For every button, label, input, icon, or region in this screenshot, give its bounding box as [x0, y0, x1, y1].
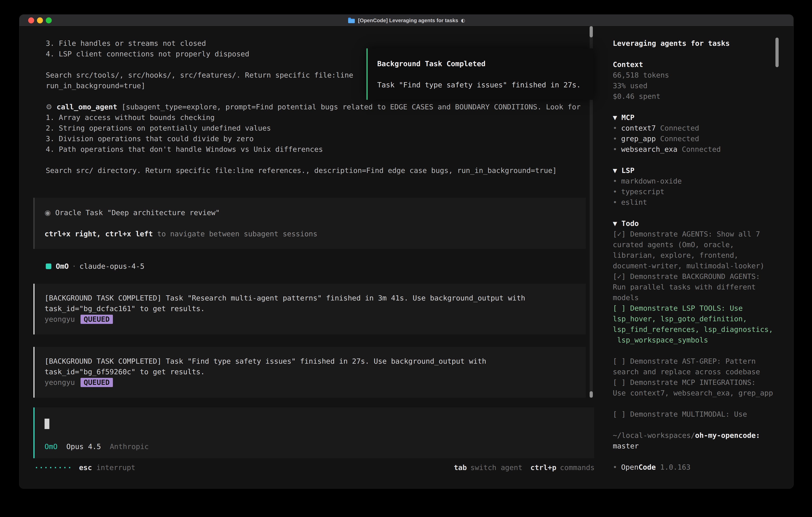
folder-icon: [348, 18, 355, 23]
window-title-group: [OpenCode] Leveraging agents for tasks ◐: [348, 18, 465, 24]
mcp-name: context7: [621, 124, 656, 132]
queued-badge: QUEUED: [81, 315, 113, 324]
repo-name: oh-my-opencode:: [695, 431, 760, 439]
lsp-item: •eslint: [613, 197, 793, 208]
tool-args: [subagent_type=explore, prompt=Find pote…: [46, 103, 581, 174]
oracle-task-icon: ◉: [45, 209, 51, 217]
bullet-icon: •: [613, 145, 617, 153]
mcp-name: websearch_exa: [621, 145, 677, 153]
message-meta: yeongyuQUEUED: [45, 377, 586, 388]
bullet-icon: •: [613, 198, 617, 206]
message-card: [BACKGROUND TASK COMPLETED] Task "Resear…: [33, 284, 586, 334]
notification-title: Background Task Completed: [377, 58, 593, 69]
todo-header: ▼ Todo: [613, 218, 793, 229]
todo-item-pending: [ ] Demonstrate AST-GREP: Pattern search…: [613, 356, 793, 377]
path-prefix: ~/local-workspaces/: [613, 431, 695, 439]
todo-item-done: [✓] Demonstrate AGENTS: Show all 7 curat…: [613, 229, 793, 271]
context-used: 33% used: [613, 80, 793, 91]
tool-name: call_omo_agent: [57, 103, 117, 111]
agent-model-name: claude-opus-4-5: [80, 261, 144, 272]
maximize-button[interactable]: [46, 18, 52, 23]
keybind-label: to navigate between subagent sessions: [153, 230, 318, 238]
text-cursor: [45, 419, 49, 429]
todo-item-pending: [ ] Demonstrate MCP INTEGRATIONS: Use co…: [613, 377, 793, 398]
workspace-path: ~/local-workspaces/oh-my-opencode:: [613, 430, 793, 441]
scrollbar-thumb[interactable]: [590, 26, 593, 37]
sidebar-scrollbar-thumb[interactable]: [776, 37, 779, 67]
mcp-name: grep_app: [621, 135, 656, 143]
opencode-name-regular: Open: [621, 463, 639, 471]
agent-name: OmO: [56, 261, 69, 272]
message-line-1: [BACKGROUND TASK COMPLETED] Task "Resear…: [45, 293, 586, 303]
context-header: Context: [613, 59, 793, 70]
lsp-header: ▼ LSP: [613, 165, 793, 176]
message-line-2: task_id="bg_dcfac161" to get results.: [45, 303, 586, 314]
oracle-task-title: Oracle Task "Deep architecture review": [55, 209, 220, 217]
mcp-item: •context7Connected: [613, 123, 793, 133]
lsp-item: •markdown-oxide: [613, 176, 793, 186]
context-spent: $0.46 spent: [613, 91, 793, 102]
traffic-lights: [28, 18, 52, 23]
prompt-input[interactable]: OmO Opus 4.5 Anthropic: [33, 407, 594, 458]
lsp-name: markdown-oxide: [621, 177, 682, 185]
status-right: tab switch agent ctrl+p commands: [454, 462, 594, 473]
minimize-button[interactable]: [37, 18, 43, 23]
mcp-status: Connected: [660, 135, 699, 143]
oracle-title-line: ◉Oracle Task "Deep architecture review": [45, 207, 586, 218]
close-button[interactable]: [28, 18, 34, 23]
opencode-name-bold: Code: [638, 463, 656, 471]
session-title: Leveraging agents for tasks: [613, 38, 793, 49]
gear-icon: ⚙: [46, 103, 52, 111]
status-bar: ········ esc interrupt tab switch agent …: [19, 462, 594, 473]
version-line: •OpenCode1.0.163: [613, 462, 793, 472]
message-line-2: task_id="bg_6f59260c" to get results.: [45, 366, 586, 377]
bullet-icon: •: [613, 177, 617, 185]
input-agent-name: OmO: [45, 441, 58, 452]
switch-agent-label: switch agent: [470, 462, 522, 473]
oracle-task-panel: ◉Oracle Task "Deep architecture review" …: [33, 198, 586, 249]
agent-header: OmO · claude-opus-4-5: [46, 261, 144, 272]
branch-name: master: [613, 441, 793, 451]
commands-label: commands: [560, 462, 594, 473]
recording-indicator-icon: ◐: [461, 18, 465, 23]
bullet-icon: •: [613, 135, 617, 143]
terminal-window: [OpenCode] Leveraging agents for tasks ◐…: [19, 15, 793, 489]
lsp-item: •typescript: [613, 186, 793, 197]
keybind-hint: ctrl+x right, ctrl+x left to navigate be…: [45, 228, 586, 239]
spinner-dots-icon: ········: [34, 462, 72, 473]
input-model-row: OmO Opus 4.5 Anthropic: [45, 441, 149, 452]
lsp-name: typescript: [621, 188, 665, 196]
scrollbar-thumb[interactable]: [590, 391, 593, 398]
input-provider-name: Anthropic: [110, 441, 149, 452]
user-name: yeongyu: [45, 315, 75, 323]
ctrlp-key: ctrl+p: [530, 462, 556, 473]
main-pane: 3. File handles or streams not closed 4.…: [19, 26, 604, 488]
titlebar[interactable]: [OpenCode] Leveraging agents for tasks ◐: [19, 15, 793, 26]
interrupt-label: interrupt: [96, 462, 135, 473]
todo-item-done: [✓] Demonstrate BACKGROUND AGENTS: Run p…: [613, 271, 793, 303]
sidebar: Leveraging agents for tasks Context 66,5…: [604, 26, 793, 488]
mcp-item: •grep_appConnected: [613, 133, 793, 144]
bullet-icon: •: [613, 188, 617, 196]
tool-call: ⚙call_omo_agent [subagent_type=explore, …: [46, 102, 593, 176]
todo-item-pending: [ ] Demonstrate MULTIMODAL: Use: [613, 409, 793, 419]
status-left: ········ esc interrupt: [34, 462, 136, 473]
mcp-header: ▼ MCP: [613, 112, 793, 123]
bullet-icon: •: [613, 124, 617, 132]
input-model-name: Opus 4.5: [66, 441, 101, 452]
version-number: 1.0.163: [660, 463, 691, 471]
dot-separator: ·: [72, 261, 76, 272]
message-meta: yeongyuQUEUED: [45, 314, 586, 324]
context-tokens: 66,518 tokens: [613, 70, 793, 80]
lsp-name: eslint: [621, 198, 647, 206]
agent-square-icon: [46, 264, 51, 269]
message-line-1: [BACKGROUND TASK COMPLETED] Task "Find t…: [45, 356, 586, 366]
todo-item-active: [ ] Demonstrate LSP TOOLS: Use lsp_hover…: [613, 303, 793, 345]
window-title: [OpenCode] Leveraging agents for tasks: [358, 18, 458, 24]
notification-body: Task "Find type safety issues" finished …: [377, 80, 593, 90]
mcp-status: Connected: [682, 145, 721, 153]
message-card: [BACKGROUND TASK COMPLETED] Task "Find t…: [33, 347, 586, 398]
queued-badge: QUEUED: [81, 378, 113, 387]
mcp-status: Connected: [660, 124, 699, 132]
bullet-icon: •: [613, 463, 617, 471]
